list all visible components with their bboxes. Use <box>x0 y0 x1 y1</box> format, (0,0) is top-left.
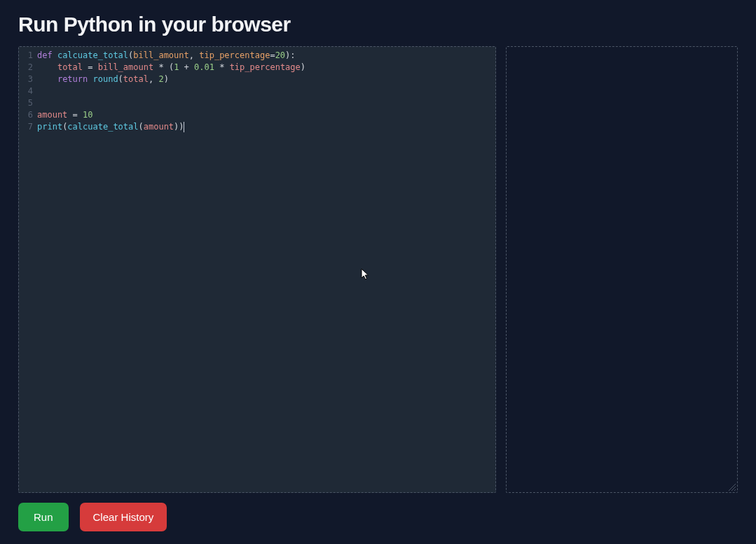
line-number: 7 <box>19 121 33 133</box>
run-button[interactable]: Run <box>18 503 69 531</box>
clear-history-button[interactable]: Clear History <box>80 503 167 531</box>
code-line[interactable]: return round(total, 2) <box>37 74 495 85</box>
code-content[interactable]: def calcuate_total(bill_amount, tip_perc… <box>37 50 495 133</box>
line-number: 1 <box>19 50 33 62</box>
text-cursor <box>184 122 184 132</box>
code-line[interactable]: def calcuate_total(bill_amount, tip_perc… <box>37 50 495 62</box>
panels: 1234567 def calcuate_total(bill_amount, … <box>18 46 738 493</box>
code-line[interactable]: print(calcuate_total(amount)) <box>37 121 495 133</box>
line-number: 2 <box>19 62 33 74</box>
line-number: 3 <box>19 74 33 85</box>
line-number: 5 <box>19 97 33 109</box>
line-number-gutter: 1234567 <box>19 50 37 133</box>
output-panel[interactable] <box>506 46 738 493</box>
code-line[interactable] <box>37 97 495 109</box>
line-number: 6 <box>19 109 33 121</box>
page-title: Run Python in your browser <box>18 13 738 36</box>
code-line[interactable]: total = bill_amount * (1 + 0.01 * tip_pe… <box>37 62 495 74</box>
code-line[interactable] <box>37 85 495 97</box>
code-line[interactable]: amount = 10 <box>37 109 495 121</box>
resize-handle-icon <box>729 484 736 491</box>
code-editor[interactable]: 1234567 def calcuate_total(bill_amount, … <box>18 46 496 493</box>
toolbar: Run Clear History <box>18 503 738 531</box>
line-number: 4 <box>19 85 33 97</box>
